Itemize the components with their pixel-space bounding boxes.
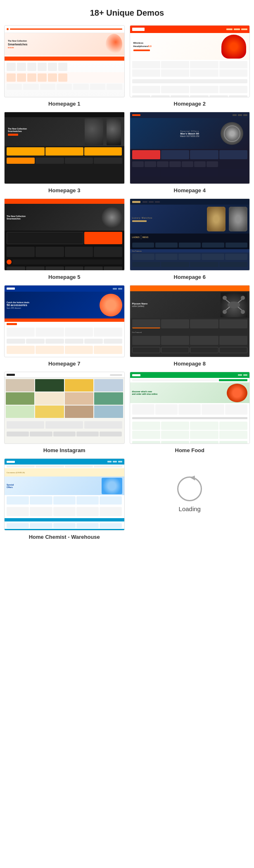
hp7-r4-2	[36, 346, 64, 354]
hp4-bitem-4	[169, 161, 181, 167]
hf-ph-1	[132, 417, 248, 419]
loading-text: Loading	[179, 505, 201, 512]
demo-thumb-hf[interactable]: discover what's newand order with visa o…	[130, 372, 250, 444]
hch-cat-2	[30, 496, 52, 505]
hp4-r3-1	[132, 169, 160, 177]
hp7-row4	[5, 344, 124, 355]
hp4-r3-2	[161, 169, 189, 177]
hp7-apple-label	[7, 323, 17, 325]
hp6-watch1-image	[207, 207, 226, 231]
hf-bitem-2	[161, 441, 189, 444]
hp3-hero-title: The New CollectionSmartwatches	[8, 127, 83, 132]
hp1-bitem-2	[23, 84, 38, 90]
hp4-watch-image	[221, 122, 243, 145]
hig-row2	[5, 431, 124, 437]
hp7-r3-5	[84, 339, 103, 344]
hp1-bitem-3	[40, 84, 55, 90]
hig-search	[110, 374, 122, 376]
hp4-bottom	[130, 160, 250, 168]
hp7-prod-4	[94, 328, 122, 337]
hig-r2-2	[30, 432, 52, 436]
hf-cat-1	[132, 404, 154, 415]
demo-thumb-hp1[interactable]: The New CollectionSmartwatches$729.99	[4, 25, 125, 97]
hch-hero-text: SpecialOffers	[7, 484, 102, 488]
hp3-bitem-4	[94, 158, 122, 164]
demo-thumb-hp4[interactable]: Special Offers Men's Watch 5R Watch SGT9…	[130, 112, 250, 184]
hp6-hero: Luxury Watches	[130, 205, 250, 234]
hp8-header	[130, 285, 250, 291]
hf-prod-2	[161, 422, 189, 430]
hp6-navlink-2	[149, 201, 154, 203]
hp7-hero: Catch the hottest deals50 accessoriesUp …	[5, 292, 124, 318]
hp4-bitem-1	[132, 161, 144, 167]
hp2-r4-5	[209, 95, 228, 97]
hp5-r4-5	[84, 267, 103, 271]
hp5-prod-4	[94, 247, 122, 257]
hch-notice-text: Coronavirus (COVID-19)	[7, 472, 25, 474]
demo-label-hp7: Homepage 7	[48, 361, 80, 367]
hp6-r5-4	[219, 262, 247, 267]
demo-thumb-hp2[interactable]: WirelessHeadphones8.0	[130, 25, 250, 97]
hp2-nav-2	[234, 28, 240, 30]
hf-cat-3	[178, 404, 201, 415]
demo-homepage-8: Plycam Nanocolor (white)	[130, 285, 250, 367]
hp5-hero: The New CollectionSmartwatches	[5, 204, 124, 231]
hp2-prod-1	[132, 61, 160, 68]
hp7-row3	[5, 338, 124, 344]
demo-thumb-hp8[interactable]: Plycam Nanocolor (white)	[130, 285, 250, 357]
hp1-prod-8	[17, 73, 26, 82]
demo-thumb-hp5[interactable]: The New CollectionSmartwatches	[4, 198, 125, 271]
loading-spinner: Loading	[177, 476, 202, 512]
demo-label-hp2: Homepage 2	[174, 101, 206, 107]
demo-label-hig: Home Instagram	[43, 447, 85, 453]
hp2-row4	[130, 94, 250, 97]
hp1-bitem-4	[57, 84, 72, 90]
hp5-promo-2	[84, 232, 122, 244]
demo-home-instagram: Home Instagram	[4, 372, 125, 453]
hp5-dot	[7, 259, 12, 264]
demo-thumb-hp3[interactable]: The New CollectionSmartwatches	[4, 112, 125, 184]
hig-cell-4	[94, 379, 123, 392]
hf-cat-4	[202, 404, 224, 415]
hp1-hero: The New CollectionSmartwatches$729.99	[5, 33, 124, 56]
hp7-hero-text: Catch the hottest deals50 accessoriesUp …	[7, 301, 100, 309]
hp4-prod-1	[132, 150, 160, 159]
hp5-prod-1	[7, 247, 35, 257]
hp2-r4-6	[229, 95, 247, 97]
demo-thumb-hp6[interactable]: Luxury Watches LADIES MENS	[130, 198, 250, 271]
hp8-logo-dot	[132, 287, 135, 290]
hch-categories	[5, 495, 124, 506]
hp7-spacer2	[18, 323, 122, 325]
hp5-prod-2	[36, 247, 64, 257]
spinner-arrow-icon	[177, 476, 202, 501]
hp4-nav-3	[243, 114, 247, 116]
hp2-prod-7	[190, 69, 218, 77]
hp6-bs-1	[132, 243, 154, 248]
hig-cell-7	[65, 392, 93, 405]
hig-cell-5	[6, 392, 34, 405]
hig-logo	[7, 374, 15, 376]
hp2-r4-2	[151, 95, 170, 97]
hp7-r3-3	[45, 339, 64, 344]
demo-homepage-5: The New CollectionSmartwatches	[4, 198, 125, 280]
hp6-navlink-1	[142, 201, 147, 203]
hp6-cta	[132, 220, 147, 222]
hch-cat-1	[7, 496, 29, 505]
hp3-bitem-1	[7, 158, 35, 164]
hig-cell-1	[6, 379, 34, 392]
hp7-r4-1	[7, 346, 35, 354]
hp1-prod-12	[58, 73, 67, 82]
demo-thumb-hp7[interactable]: Catch the hottest deals50 accessoriesUp …	[4, 285, 125, 357]
hp8-nav	[130, 285, 250, 291]
hch-subnav-4	[94, 465, 122, 467]
hf-banner-1	[132, 379, 218, 381]
hp2-row3	[130, 85, 250, 94]
demo-thumb-hig[interactable]	[4, 372, 125, 444]
hp1-prod-7	[7, 73, 16, 82]
hp2-r3-3	[190, 86, 218, 93]
hp2-products	[130, 60, 250, 78]
demo-thumb-hch[interactable]: Coronavirus (COVID-19) SpecialOffers	[4, 458, 125, 531]
hp8-prod-2	[161, 336, 189, 345]
hp7-label-row	[5, 322, 124, 326]
demo-homepage-2: WirelessHeadphones8.0	[130, 25, 250, 107]
